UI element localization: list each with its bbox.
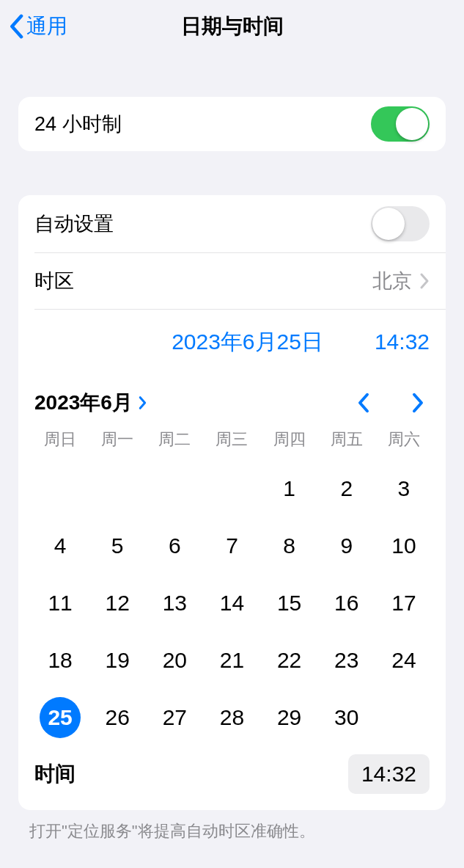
day-number: 5: [97, 525, 138, 566]
day-cell[interactable]: 30: [318, 697, 375, 738]
day-number: 21: [211, 640, 252, 681]
weekday-label: 周二: [146, 428, 203, 451]
day-number: 1: [269, 468, 310, 509]
prev-month-button[interactable]: [356, 392, 371, 414]
day-number: 11: [40, 583, 81, 624]
toggle-auto-set[interactable]: [371, 206, 430, 241]
day-number: 7: [211, 525, 252, 566]
day-number: 6: [154, 525, 195, 566]
day-number: 12: [97, 583, 138, 624]
row-time: 时间 14:32: [18, 743, 446, 810]
day-number: 14: [211, 583, 252, 624]
label-24hour: 24 小时制: [34, 111, 371, 137]
day-cell[interactable]: 2: [318, 468, 375, 509]
day-cell[interactable]: 24: [375, 640, 432, 681]
day-number: 3: [383, 468, 424, 509]
day-cell[interactable]: 11: [32, 583, 89, 624]
day-cell[interactable]: 15: [261, 583, 318, 624]
day-number: 20: [154, 640, 195, 681]
chevron-left-icon: [9, 14, 23, 39]
day-cell[interactable]: 29: [261, 697, 318, 738]
day-cell[interactable]: 9: [318, 525, 375, 566]
row-timezone[interactable]: 时区 北京: [18, 253, 446, 309]
day-cell-blank: [32, 468, 89, 509]
day-cell[interactable]: 28: [203, 697, 260, 738]
selected-time-button[interactable]: 14:32: [375, 329, 430, 354]
day-cell[interactable]: 7: [203, 525, 260, 566]
day-number: 26: [97, 697, 138, 738]
day-cell[interactable]: 26: [89, 697, 146, 738]
day-cell[interactable]: 13: [146, 583, 203, 624]
day-number: 28: [211, 697, 252, 738]
footer-note: 打开"定位服务"将提高自动时区准确性。: [29, 820, 435, 842]
day-number: 29: [269, 697, 310, 738]
day-cell[interactable]: 14: [203, 583, 260, 624]
day-cell[interactable]: 18: [32, 640, 89, 681]
day-number: 27: [154, 697, 195, 738]
back-button[interactable]: 通用: [9, 12, 67, 40]
time-picker-button[interactable]: 14:32: [348, 754, 430, 794]
day-cell[interactable]: 19: [89, 640, 146, 681]
day-number: 16: [326, 583, 367, 624]
day-number: 24: [383, 640, 424, 681]
day-number: 13: [154, 583, 195, 624]
day-cell[interactable]: 17: [375, 583, 432, 624]
day-cell[interactable]: 4: [32, 525, 89, 566]
weekday-label: 周五: [318, 428, 375, 451]
row-auto-set: 自动设置: [18, 195, 446, 252]
calendar-header: 2023年6月: [18, 374, 446, 424]
row-24hour: 24 小时制: [18, 97, 446, 151]
day-cell[interactable]: 6: [146, 525, 203, 566]
day-number: 22: [269, 640, 310, 681]
day-number: 10: [383, 525, 424, 566]
day-cell[interactable]: 3: [375, 468, 432, 509]
navbar: 通用 日期与时间: [0, 0, 464, 53]
label-timezone: 时区: [34, 268, 372, 294]
day-number: 25: [40, 697, 81, 738]
day-cell[interactable]: 5: [89, 525, 146, 566]
month-label: 2023年6月: [34, 389, 133, 417]
day-number: 17: [383, 583, 424, 624]
weekday-label: 周四: [261, 428, 318, 451]
day-number: 18: [40, 640, 81, 681]
day-cell-blank: [203, 468, 260, 509]
calendar-grid: 1234567891011121314151617181920212223242…: [18, 468, 446, 743]
day-cell[interactable]: 22: [261, 640, 318, 681]
value-timezone: 北京: [372, 268, 412, 294]
weekday-label: 周一: [89, 428, 146, 451]
toggle-knob: [372, 208, 405, 240]
month-picker-button[interactable]: 2023年6月: [34, 389, 147, 417]
month-nav: [356, 392, 430, 414]
day-number: 23: [326, 640, 367, 681]
weekday-row: 周日周一周二周三周四周五周六: [18, 424, 446, 455]
day-number: 9: [326, 525, 367, 566]
label-auto-set: 自动设置: [34, 211, 371, 237]
chevron-right-icon: [419, 272, 430, 290]
day-cell-blank: [146, 468, 203, 509]
day-cell[interactable]: 12: [89, 583, 146, 624]
toggle-knob: [396, 108, 428, 140]
row-selected-datetime: 2023年6月25日 14:32: [18, 310, 446, 374]
day-cell[interactable]: 1: [261, 468, 318, 509]
selected-date-button[interactable]: 2023年6月25日: [172, 327, 323, 357]
day-cell[interactable]: 20: [146, 640, 203, 681]
day-cell[interactable]: 21: [203, 640, 260, 681]
day-number: 19: [97, 640, 138, 681]
weekday-label: 周三: [203, 428, 260, 451]
weekday-label: 周六: [375, 428, 432, 451]
day-number: 8: [269, 525, 310, 566]
day-number: 2: [326, 468, 367, 509]
day-cell[interactable]: 25: [32, 697, 89, 738]
day-cell[interactable]: 23: [318, 640, 375, 681]
day-cell[interactable]: 27: [146, 697, 203, 738]
next-month-button[interactable]: [410, 392, 425, 414]
day-cell[interactable]: 10: [375, 525, 432, 566]
weekday-label: 周日: [32, 428, 89, 451]
group-24hour: 24 小时制: [18, 97, 446, 151]
day-cell[interactable]: 8: [261, 525, 318, 566]
back-label: 通用: [26, 12, 67, 40]
day-cell[interactable]: 16: [318, 583, 375, 624]
toggle-24hour[interactable]: [371, 106, 430, 142]
day-number: 30: [326, 697, 367, 738]
group-datetime: 自动设置 时区 北京 2023年6月25日 14:32 2023年6月: [18, 195, 446, 810]
